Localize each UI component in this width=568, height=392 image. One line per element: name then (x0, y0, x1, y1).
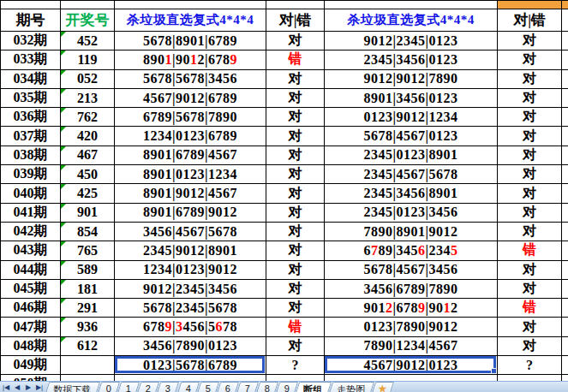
period-cell[interactable]: 047期 (1, 318, 61, 336)
extra-cell[interactable] (562, 299, 568, 318)
winning-number-cell[interactable]: 467 (61, 146, 115, 164)
extra-cell[interactable] (562, 203, 568, 222)
extra-cell[interactable] (562, 318, 568, 336)
winning-number-cell[interactable]: 420 (61, 127, 115, 146)
formula-cell-2[interactable]: 5678|4567|0123 (325, 127, 498, 146)
winning-number-cell[interactable]: 291 (61, 299, 115, 318)
formula-cell-1[interactable]: 9012|2345|3456 (115, 279, 266, 298)
result-cell-2[interactable]: 对 (498, 165, 562, 184)
result-cell-2[interactable]: 对 (498, 203, 562, 222)
result-cell-2[interactable]: 对 (498, 32, 562, 50)
period-cell[interactable]: 039期 (1, 165, 61, 184)
winning-number-cell[interactable]: 936 (61, 318, 115, 336)
period-cell[interactable]: 036期 (1, 108, 61, 127)
winning-number-cell[interactable]: 589 (61, 260, 115, 279)
period-cell[interactable]: 037期 (1, 127, 61, 146)
result-cell-2[interactable]: 对 (498, 184, 562, 203)
result-cell-1[interactable]: ? (266, 356, 325, 375)
result-cell-1[interactable]: 对 (266, 299, 325, 318)
extra-cell[interactable] (562, 279, 568, 298)
winning-number-cell[interactable] (61, 356, 115, 375)
formula-cell-1[interactable]: 1234|0123|6789 (115, 127, 266, 146)
winning-number-cell[interactable]: 901 (61, 203, 115, 222)
formula-cell-2[interactable]: 9012|2345|0123 (325, 32, 498, 50)
result-cell-1[interactable]: 对 (266, 260, 325, 279)
formula-cell-2[interactable]: 2345|3456|0123 (325, 50, 498, 69)
result-cell-2[interactable]: ? (498, 356, 562, 375)
formula-cell-2[interactable]: 2345|3456|8901 (325, 184, 498, 203)
period-cell[interactable]: 045期 (1, 279, 61, 298)
winning-number-cell[interactable]: 052 (61, 69, 115, 88)
result-cell-2[interactable]: 对 (498, 336, 562, 355)
winning-number-cell[interactable]: 181 (61, 279, 115, 298)
sheet-tab-断组[interactable]: 断组 (294, 382, 332, 392)
formula-cell-1[interactable]: 3456|4567|5678 (115, 222, 266, 241)
result-cell-1[interactable]: 对 (266, 241, 325, 260)
result-cell-1[interactable]: 对 (266, 69, 325, 88)
prev-sheet-button[interactable]: ◀ (12, 383, 22, 392)
formula-cell-2[interactable]: 0123|7890|9012 (325, 318, 498, 336)
result-cell-2[interactable]: 对 (498, 50, 562, 69)
extra-cell[interactable] (562, 69, 568, 88)
result-cell-1[interactable]: 对 (266, 203, 325, 222)
result-cell-2[interactable]: 对 (498, 146, 562, 164)
period-cell[interactable]: 033期 (1, 50, 61, 69)
extra-cell[interactable] (562, 222, 568, 241)
formula-cell-2[interactable]: 8901|3456|0123 (325, 88, 498, 107)
spacer-cell[interactable] (266, 1, 325, 9)
formula-cell-1[interactable]: 0123|5678|6789 (115, 356, 266, 375)
spacer-cell-orange[interactable] (562, 1, 568, 9)
formula-cell-1[interactable]: 5678|5678|3456 (115, 69, 266, 88)
formula-cell-2[interactable]: 7890|8901|9012 (325, 222, 498, 241)
formula-cell-1[interactable]: 4567|9012|6789 (115, 88, 266, 107)
result-cell-1[interactable]: 错 (266, 318, 325, 336)
result-cell-1[interactable]: 对 (266, 32, 325, 50)
result-cell-2[interactable]: 对 (498, 88, 562, 107)
extra-cell[interactable] (562, 165, 568, 184)
result-cell-2[interactable]: 错 (498, 241, 562, 260)
formula-cell-2[interactable]: 2345|4567|5678 (325, 165, 498, 184)
period-cell[interactable]: 044期 (1, 260, 61, 279)
result-cell-2[interactable]: 对 (498, 318, 562, 336)
result-cell-1[interactable]: 对 (266, 146, 325, 164)
next-sheet-button[interactable]: ▶ (23, 383, 33, 392)
header-extra[interactable] (562, 9, 568, 32)
extra-cell[interactable] (562, 336, 568, 355)
result-cell-2[interactable]: 对 (498, 260, 562, 279)
extra-cell[interactable] (562, 356, 568, 375)
result-cell-1[interactable]: 对 (266, 336, 325, 355)
extra-cell[interactable] (562, 32, 568, 50)
period-cell[interactable]: 032期 (1, 32, 61, 50)
winning-number-cell[interactable]: 612 (61, 336, 115, 355)
formula-cell-1[interactable]: 6789|3456|5678 (115, 318, 266, 336)
winning-number-cell[interactable]: 765 (61, 241, 115, 260)
sheet-tab-数据下载[interactable]: 数据下载 (44, 382, 100, 392)
formula-cell-2[interactable]: 5678|4567|3456 (325, 260, 498, 279)
header-result-1[interactable]: 对|错 (266, 9, 325, 32)
result-cell-2[interactable]: 对 (498, 279, 562, 298)
extra-cell[interactable] (562, 108, 568, 127)
formula-cell-2[interactable]: 6789|3456|2345 (325, 241, 498, 260)
spacer-cell[interactable] (325, 1, 498, 9)
extra-cell[interactable] (562, 127, 568, 146)
formula-cell-2[interactable]: 3456|6789|7890 (325, 279, 498, 298)
result-cell-2[interactable]: 对 (498, 69, 562, 88)
last-sheet-button[interactable]: ▶| (34, 383, 45, 392)
extra-cell[interactable] (562, 184, 568, 203)
sheet-tab-3[interactable]: 3 (155, 382, 180, 392)
formula-cell-1[interactable]: 2345|9012|8901 (115, 241, 266, 260)
formula-cell-2[interactable]: 9012|9012|7890 (325, 69, 498, 88)
formula-cell-2[interactable]: 4567|9012|0123 (325, 356, 498, 375)
period-cell[interactable]: 042期 (1, 222, 61, 241)
winning-number-cell[interactable]: 452 (61, 32, 115, 50)
header-winning-number[interactable]: 开奖号 (61, 9, 115, 32)
winning-number-cell[interactable]: 854 (61, 222, 115, 241)
result-cell-1[interactable]: 对 (266, 127, 325, 146)
result-cell-2[interactable]: 对 (498, 127, 562, 146)
period-cell[interactable]: 046期 (1, 299, 61, 318)
formula-cell-1[interactable]: 8901|0123|1234 (115, 165, 266, 184)
extra-cell[interactable] (562, 241, 568, 260)
formula-cell-1[interactable]: 5678|8901|6789 (115, 32, 266, 50)
winning-number-cell[interactable]: 213 (61, 88, 115, 107)
header-formula-2[interactable]: 杀垃圾直选复式4*4*4 (325, 9, 498, 32)
